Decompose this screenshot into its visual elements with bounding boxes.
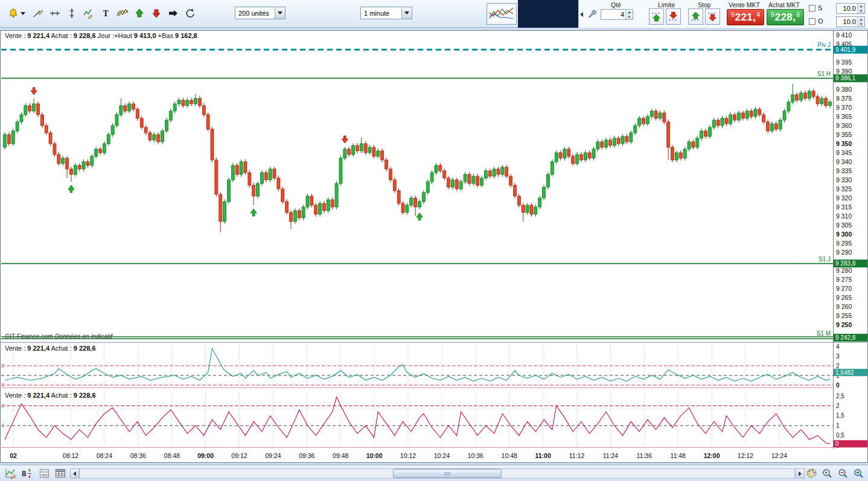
buy-limit-button[interactable] <box>649 8 664 25</box>
candle-body <box>211 129 214 160</box>
zoom-in-button[interactable] <box>851 467 866 480</box>
text-tool-icon: T <box>100 8 111 19</box>
forward-arrow-button[interactable] <box>165 5 181 22</box>
stop-header: Stop <box>698 1 711 8</box>
qty-stepper[interactable]: 4 ▲▼ <box>601 9 633 20</box>
buy-arrow-button[interactable] <box>132 5 147 22</box>
candle-body <box>472 176 475 183</box>
horizontal-line-button[interactable] <box>47 5 63 22</box>
price-tick-label: 9 355 <box>836 131 852 138</box>
scroll-right-button[interactable] <box>796 468 805 479</box>
candle-body <box>563 149 566 158</box>
candle-body <box>293 211 296 221</box>
candle-body <box>750 111 753 116</box>
sell-arrow-button[interactable] <box>148 5 164 22</box>
candle-body <box>153 135 156 140</box>
candle-body <box>555 153 558 162</box>
data-table-button[interactable] <box>53 467 68 480</box>
candle-body <box>609 140 612 145</box>
draw-line-button[interactable] <box>30 5 46 22</box>
pattern-detection-button[interactable] <box>115 5 130 22</box>
achat-price-decimal: 6 <box>797 11 800 18</box>
candle-body <box>348 149 351 154</box>
price-display-button[interactable]: 8 <box>19 467 34 480</box>
limite-header: Limite <box>658 1 675 8</box>
edit-indicator-button[interactable] <box>81 5 97 22</box>
indicator-tick-label: 4 <box>836 343 840 350</box>
text-tool-button[interactable]: T <box>98 5 113 22</box>
candle-body <box>605 140 608 147</box>
candle-body <box>372 147 375 156</box>
spin-down-icon[interactable]: ▼ <box>626 14 633 19</box>
zoom-out-button[interactable] <box>835 467 850 480</box>
sell-stop-button[interactable] <box>705 8 720 25</box>
candle-body <box>675 153 678 160</box>
time-label: 09:00 <box>197 452 214 459</box>
level-name-label: Piv J <box>817 42 831 48</box>
news-button[interactable] <box>37 467 52 480</box>
candle-body <box>40 115 43 126</box>
replay-button[interactable] <box>182 5 198 22</box>
price-tick-label: 9 295 <box>836 240 852 247</box>
scroll-left-button[interactable] <box>70 468 79 479</box>
achat-value: 9 228,6 <box>74 392 96 399</box>
achat-mkt-button[interactable]: 9 228, 6 <box>767 9 804 25</box>
candle-body <box>165 120 168 131</box>
chart-patterns-button[interactable] <box>487 3 517 25</box>
chart-scrollbar-track[interactable] <box>79 468 795 479</box>
chart-options-button[interactable] <box>804 467 819 480</box>
candle-body <box>443 171 446 178</box>
s-value-stepper[interactable]: 10.0 ▲▼ <box>836 3 865 14</box>
candle-body <box>385 160 388 169</box>
candle-body <box>148 133 152 140</box>
vertical-line-button[interactable] <box>64 5 80 22</box>
price-tick-label: 9 330 <box>836 176 852 183</box>
time-label: 08:48 <box>164 452 180 459</box>
candle-body <box>144 127 147 133</box>
buy-signal-arrow <box>251 209 257 216</box>
level-name-label: S1 H <box>817 71 831 77</box>
timeframe-select-caret[interactable] <box>401 7 412 19</box>
chart-scrollbar-thumb[interactable] <box>393 469 502 478</box>
candle-body <box>33 104 36 111</box>
scroll-left-icon <box>73 471 76 476</box>
candle-body <box>177 100 180 104</box>
o-checkbox[interactable] <box>809 18 815 25</box>
spin-up-icon[interactable]: ▲ <box>626 10 633 14</box>
alerts-bell-button[interactable] <box>5 5 28 22</box>
chart-frame <box>1 31 868 463</box>
vente-mkt-button[interactable]: 9 221, 4 <box>727 9 764 25</box>
buy-stop-button[interactable] <box>688 8 703 25</box>
bell-icon <box>7 7 19 19</box>
spin-up-icon[interactable]: ▲ <box>858 17 864 22</box>
s-spin-arrows[interactable]: ▲▼ <box>857 4 864 13</box>
timeframe-select[interactable]: 1 minute <box>360 7 412 19</box>
o-value-stepper[interactable]: 10.0 ▲▼ <box>836 16 865 27</box>
candle-body <box>136 109 139 118</box>
candle-body <box>820 98 823 104</box>
o-spin-arrows[interactable]: ▲▼ <box>857 17 864 27</box>
zoom-selection-button[interactable] <box>820 467 834 480</box>
candle-body <box>596 142 599 149</box>
spin-up-icon[interactable]: ▲ <box>858 4 864 8</box>
units-select[interactable]: 200 unités <box>235 7 286 19</box>
candle-body <box>140 118 143 127</box>
order-settings-button[interactable] <box>586 7 599 21</box>
spin-down-icon[interactable]: ▼ <box>858 22 864 27</box>
candle-body <box>659 113 662 118</box>
edit-chart-button[interactable] <box>4 467 18 480</box>
candle-body <box>406 205 409 212</box>
candle-body <box>128 104 131 111</box>
sell-limit-button[interactable] <box>666 8 681 25</box>
s-checkbox[interactable] <box>809 5 815 11</box>
sell-signal-arrow <box>342 136 348 143</box>
units-select-caret[interactable] <box>275 7 285 19</box>
qty-spin-arrows[interactable]: ▲▼ <box>625 10 633 19</box>
candle-body <box>737 113 740 120</box>
indicator-tick-label: 2,5 <box>836 393 844 400</box>
time-label: 11:24 <box>603 452 619 459</box>
collapse-order-panel-button[interactable] <box>578 8 585 21</box>
candle-body <box>157 135 160 142</box>
arrow-down-icon <box>151 8 162 19</box>
spin-down-icon[interactable]: ▼ <box>858 8 864 13</box>
